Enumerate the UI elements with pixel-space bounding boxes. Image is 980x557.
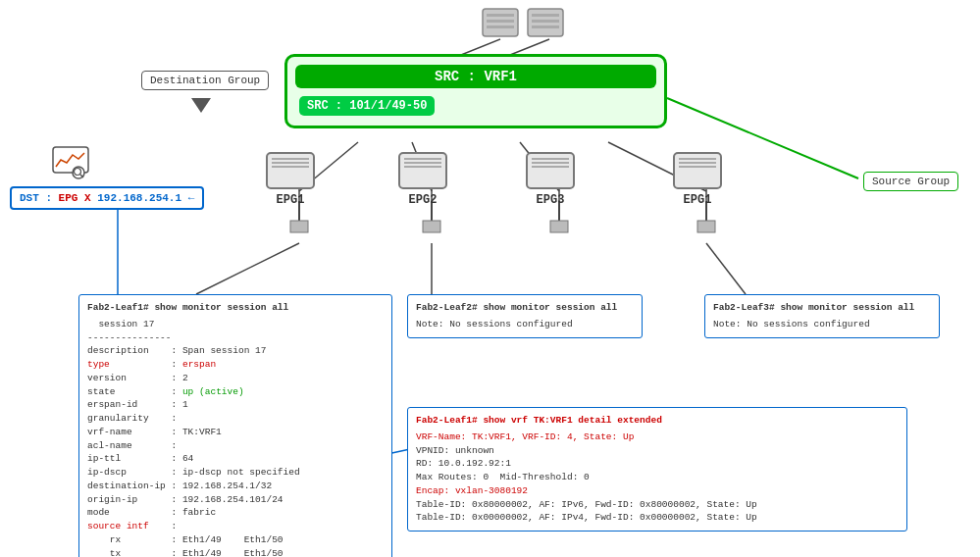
destination-group-label: Destination Group	[141, 71, 269, 90]
monitor-tx1: tx : Eth1/49 Eth1/50	[87, 547, 384, 557]
vrf-line-5: Encap: vxlan-3080192	[416, 484, 899, 498]
monitor-box-3-title: Fab2-Leaf3# show monitor session all	[713, 301, 931, 315]
vrf-line-6: Table-ID: 0x80000002, AF: IPv6, Fwd-ID: …	[416, 498, 899, 512]
monitor-box-2-note: Note: No sessions configured	[416, 318, 634, 331]
monitor-dst-ip: destination-ip : 192.168.254.1/32	[87, 480, 384, 493]
monitor-mode: mode : fabric	[87, 506, 384, 520]
vrf-line-2: VPNID: unknown	[416, 444, 899, 458]
monitor-session-line: session 17	[87, 318, 384, 331]
monitor-separator: ---------------	[87, 331, 384, 345]
svg-rect-29	[487, 20, 514, 23]
svg-line-10	[196, 243, 299, 294]
monitor-rx1: rx : Eth1/49 Eth1/50	[87, 533, 384, 547]
monitor-version: version : 2	[87, 372, 384, 385]
svg-rect-20	[550, 221, 568, 232]
monitor-box-3-note: Note: No sessions configured	[713, 318, 931, 331]
monitor-ip-dscp: ip-dscp : ip-dscp not specified	[87, 466, 384, 480]
monitor-erspan-id: erspan-id : 1	[87, 398, 384, 412]
svg-rect-18	[423, 221, 440, 232]
epg2-label: EPG2	[409, 193, 438, 207]
epg-node-1b: EPG1	[673, 152, 722, 207]
svg-rect-22	[697, 221, 715, 232]
vrf-detail-box: Fab2-Leaf1# show vrf TK:VRF1 detail exte…	[407, 407, 907, 532]
monitor-box-1-title: Fab2-Leaf1# show monitor session all	[87, 301, 384, 315]
monitor-desc: description : Span session 17	[87, 344, 384, 358]
vrf-line-1: VRF-Name: TK:VRF1, VRF-ID: 4, State: Up	[416, 430, 899, 444]
epg-node-1: EPG1	[266, 152, 315, 207]
monitor-ip-ttl: ip-ttl : 64	[87, 452, 384, 466]
epg-node-2: EPG2	[398, 152, 447, 207]
monitor-box-2-title: Fab2-Leaf2# show monitor session all	[416, 301, 634, 315]
monitor-box-2: Fab2-Leaf2# show monitor session all Not…	[407, 294, 643, 338]
svg-rect-16	[290, 221, 308, 232]
server-icon-left	[479, 5, 522, 51]
dst-monitor-icon	[51, 145, 90, 184]
svg-rect-30	[487, 25, 514, 28]
monitor-granularity: granularity :	[87, 412, 384, 426]
svg-rect-34	[532, 25, 559, 28]
svg-rect-32	[532, 14, 559, 17]
monitor-vrf: vrf-name : TK:VRF1	[87, 426, 384, 439]
destination-group-callout	[191, 98, 211, 113]
vrf-line-4: Max Routes: 0 Mid-Threshold: 0	[416, 471, 899, 484]
src-vrf-label: SRC : VRF1	[295, 65, 656, 88]
svg-rect-33	[532, 20, 559, 23]
monitor-origin-ip: origin-ip : 192.168.254.101/24	[87, 493, 384, 507]
epg2-device	[398, 152, 447, 189]
monitor-acl: acl-name :	[87, 439, 384, 453]
vrf-detail-title: Fab2-Leaf1# show vrf TK:VRF1 detail exte…	[416, 414, 899, 428]
monitor-type: type : erspan	[87, 358, 384, 372]
epg-x-label: EPG X	[59, 192, 91, 204]
monitor-src-intf: source intf :	[87, 520, 384, 533]
vrf-line-3: RD: 10.0.192.92:1	[416, 457, 899, 471]
svg-rect-28	[487, 14, 514, 17]
epg-node-3: EPG3	[526, 152, 575, 207]
src-port-label: SRC : 101/1/49-50	[299, 96, 435, 116]
svg-line-12	[706, 243, 746, 294]
epg1-label-b: EPG1	[684, 193, 712, 207]
monitor-box-1: Fab2-Leaf1# show monitor session all ses…	[78, 294, 392, 557]
server-icon-right	[524, 5, 567, 51]
dst-epg-box: DST : EPG X 192.168.254.1 ←	[10, 186, 204, 210]
epg3-device	[526, 152, 575, 189]
epg1b-device	[673, 152, 722, 189]
source-group-label: Source Group	[863, 172, 958, 191]
epg1-label-a: EPG1	[277, 193, 305, 207]
vrf-line-7: Table-ID: 0x00000002, AF: IPv4, Fwd-ID: …	[416, 511, 899, 525]
epg3-label: EPG3	[537, 193, 565, 207]
monitor-box-3: Fab2-Leaf3# show monitor session all Not…	[704, 294, 940, 338]
src-vrf-container: SRC : VRF1 SRC : 101/1/49-50	[284, 54, 667, 128]
epg1-device	[266, 152, 315, 189]
monitor-state: state : up (active)	[87, 385, 384, 399]
